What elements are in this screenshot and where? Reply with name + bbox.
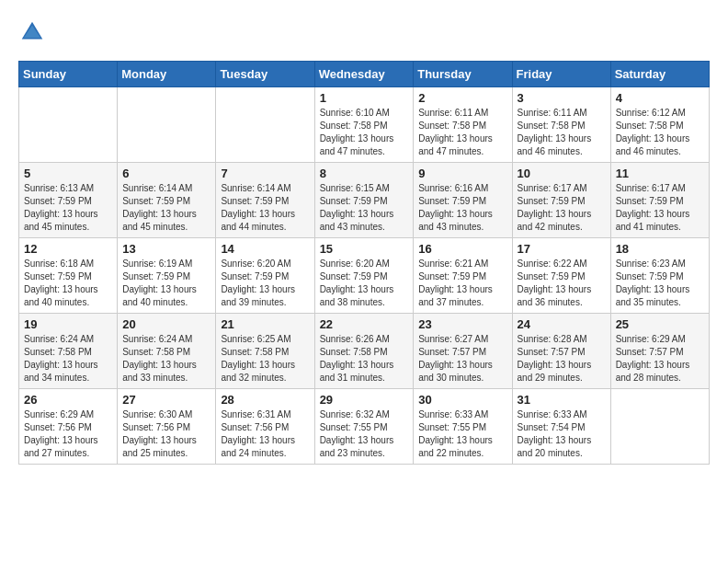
day-number: 25	[616, 317, 704, 331]
calendar-cell: 10Sunrise: 6:17 AM Sunset: 7:59 PM Dayli…	[512, 163, 610, 238]
calendar-cell: 7Sunrise: 6:14 AM Sunset: 7:59 PM Daylig…	[216, 163, 314, 238]
day-number: 6	[122, 167, 210, 180]
calendar-cell: 1Sunrise: 6:10 AM Sunset: 7:58 PM Daylig…	[314, 87, 414, 163]
day-info: Sunrise: 6:26 AM Sunset: 7:58 PM Dayligh…	[320, 333, 409, 385]
calendar-cell: 17Sunrise: 6:22 AM Sunset: 7:59 PM Dayli…	[512, 238, 610, 314]
weekday-header-thursday: Thursday	[414, 62, 512, 87]
day-number: 23	[418, 317, 506, 331]
weekday-header-friday: Friday	[512, 62, 610, 87]
calendar-week-row: 1Sunrise: 6:10 AM Sunset: 7:58 PM Daylig…	[19, 87, 710, 163]
day-number: 9	[418, 167, 506, 180]
calendar-cell: 22Sunrise: 6:26 AM Sunset: 7:58 PM Dayli…	[314, 314, 414, 389]
day-number: 16	[418, 242, 506, 256]
calendar-cell: 31Sunrise: 6:33 AM Sunset: 7:54 PM Dayli…	[512, 389, 610, 465]
calendar-week-row: 26Sunrise: 6:29 AM Sunset: 7:56 PM Dayli…	[19, 389, 710, 465]
calendar-cell: 28Sunrise: 6:31 AM Sunset: 7:56 PM Dayli…	[216, 389, 314, 465]
day-info: Sunrise: 6:14 AM Sunset: 7:59 PM Dayligh…	[122, 182, 210, 234]
day-number: 3	[518, 91, 606, 105]
calendar-cell	[216, 87, 314, 163]
day-info: Sunrise: 6:23 AM Sunset: 7:59 PM Dayligh…	[616, 258, 704, 309]
day-info: Sunrise: 6:31 AM Sunset: 7:56 PM Dayligh…	[221, 408, 309, 460]
calendar-cell: 9Sunrise: 6:16 AM Sunset: 7:59 PM Daylig…	[414, 163, 512, 238]
day-number: 18	[616, 242, 704, 256]
day-info: Sunrise: 6:24 AM Sunset: 7:58 PM Dayligh…	[24, 333, 112, 385]
day-number: 8	[320, 167, 409, 180]
day-info: Sunrise: 6:17 AM Sunset: 7:59 PM Dayligh…	[518, 182, 606, 234]
logo	[18, 18, 50, 46]
calendar-cell: 20Sunrise: 6:24 AM Sunset: 7:58 PM Dayli…	[118, 314, 216, 389]
calendar-cell: 27Sunrise: 6:30 AM Sunset: 7:56 PM Dayli…	[118, 389, 216, 465]
day-number: 14	[221, 242, 309, 256]
day-info: Sunrise: 6:13 AM Sunset: 7:59 PM Dayligh…	[24, 182, 112, 234]
day-info: Sunrise: 6:20 AM Sunset: 7:59 PM Dayligh…	[320, 258, 409, 309]
calendar-cell: 2Sunrise: 6:11 AM Sunset: 7:58 PM Daylig…	[414, 87, 512, 163]
weekday-header-sunday: Sunday	[19, 62, 118, 87]
day-number: 10	[518, 167, 606, 180]
day-info: Sunrise: 6:12 AM Sunset: 7:58 PM Dayligh…	[616, 107, 704, 158]
day-number: 5	[24, 167, 112, 180]
calendar-week-row: 12Sunrise: 6:18 AM Sunset: 7:59 PM Dayli…	[19, 238, 710, 314]
day-number: 2	[418, 91, 506, 105]
calendar-cell	[19, 87, 118, 163]
day-info: Sunrise: 6:33 AM Sunset: 7:55 PM Dayligh…	[418, 408, 506, 460]
day-number: 11	[616, 167, 704, 180]
day-number: 15	[320, 242, 409, 256]
day-number: 28	[221, 393, 309, 407]
calendar-cell: 14Sunrise: 6:20 AM Sunset: 7:59 PM Dayli…	[216, 238, 314, 314]
day-info: Sunrise: 6:25 AM Sunset: 7:58 PM Dayligh…	[221, 333, 309, 385]
calendar-cell: 5Sunrise: 6:13 AM Sunset: 7:59 PM Daylig…	[19, 163, 118, 238]
day-info: Sunrise: 6:30 AM Sunset: 7:56 PM Dayligh…	[122, 408, 210, 460]
day-number: 21	[221, 317, 309, 331]
day-number: 26	[24, 393, 112, 407]
calendar-cell	[610, 389, 709, 465]
day-number: 22	[320, 317, 409, 331]
calendar-cell: 30Sunrise: 6:33 AM Sunset: 7:55 PM Dayli…	[414, 389, 512, 465]
day-number: 13	[122, 242, 210, 256]
calendar-cell: 4Sunrise: 6:12 AM Sunset: 7:58 PM Daylig…	[610, 87, 709, 163]
day-info: Sunrise: 6:18 AM Sunset: 7:59 PM Dayligh…	[24, 258, 112, 309]
day-info: Sunrise: 6:24 AM Sunset: 7:58 PM Dayligh…	[122, 333, 210, 385]
calendar-week-row: 19Sunrise: 6:24 AM Sunset: 7:58 PM Dayli…	[19, 314, 710, 389]
calendar-cell	[118, 87, 216, 163]
calendar-cell: 8Sunrise: 6:15 AM Sunset: 7:59 PM Daylig…	[314, 163, 414, 238]
day-info: Sunrise: 6:19 AM Sunset: 7:59 PM Dayligh…	[122, 258, 210, 309]
logo-icon	[18, 18, 46, 46]
day-info: Sunrise: 6:33 AM Sunset: 7:54 PM Dayligh…	[518, 408, 606, 460]
page-header	[18, 18, 710, 46]
day-info: Sunrise: 6:20 AM Sunset: 7:59 PM Dayligh…	[221, 258, 309, 309]
calendar-cell: 19Sunrise: 6:24 AM Sunset: 7:58 PM Dayli…	[19, 314, 118, 389]
day-info: Sunrise: 6:11 AM Sunset: 7:58 PM Dayligh…	[518, 107, 606, 158]
calendar-cell: 29Sunrise: 6:32 AM Sunset: 7:55 PM Dayli…	[314, 389, 414, 465]
calendar-cell: 13Sunrise: 6:19 AM Sunset: 7:59 PM Dayli…	[118, 238, 216, 314]
day-number: 1	[320, 91, 409, 105]
day-info: Sunrise: 6:22 AM Sunset: 7:59 PM Dayligh…	[518, 258, 606, 309]
day-number: 4	[616, 91, 704, 105]
day-number: 29	[320, 393, 409, 407]
day-info: Sunrise: 6:11 AM Sunset: 7:58 PM Dayligh…	[418, 107, 506, 158]
day-info: Sunrise: 6:14 AM Sunset: 7:59 PM Dayligh…	[221, 182, 309, 234]
calendar-cell: 16Sunrise: 6:21 AM Sunset: 7:59 PM Dayli…	[414, 238, 512, 314]
calendar-cell: 15Sunrise: 6:20 AM Sunset: 7:59 PM Dayli…	[314, 238, 414, 314]
day-number: 27	[122, 393, 210, 407]
weekday-header-row: SundayMondayTuesdayWednesdayThursdayFrid…	[19, 62, 710, 87]
day-info: Sunrise: 6:10 AM Sunset: 7:58 PM Dayligh…	[320, 107, 409, 158]
calendar-week-row: 5Sunrise: 6:13 AM Sunset: 7:59 PM Daylig…	[19, 163, 710, 238]
day-number: 19	[24, 317, 112, 331]
weekday-header-tuesday: Tuesday	[216, 62, 314, 87]
day-info: Sunrise: 6:15 AM Sunset: 7:59 PM Dayligh…	[320, 182, 409, 234]
calendar-cell: 25Sunrise: 6:29 AM Sunset: 7:57 PM Dayli…	[610, 314, 709, 389]
day-number: 31	[518, 393, 606, 407]
day-info: Sunrise: 6:17 AM Sunset: 7:59 PM Dayligh…	[616, 182, 704, 234]
day-number: 7	[221, 167, 309, 180]
day-info: Sunrise: 6:28 AM Sunset: 7:57 PM Dayligh…	[518, 333, 606, 385]
weekday-header-wednesday: Wednesday	[314, 62, 414, 87]
calendar-cell: 12Sunrise: 6:18 AM Sunset: 7:59 PM Dayli…	[19, 238, 118, 314]
day-number: 17	[518, 242, 606, 256]
weekday-header-saturday: Saturday	[610, 62, 709, 87]
weekday-header-monday: Monday	[118, 62, 216, 87]
calendar-table: SundayMondayTuesdayWednesdayThursdayFrid…	[18, 61, 710, 465]
calendar-cell: 24Sunrise: 6:28 AM Sunset: 7:57 PM Dayli…	[512, 314, 610, 389]
calendar-cell: 18Sunrise: 6:23 AM Sunset: 7:59 PM Dayli…	[610, 238, 709, 314]
calendar-cell: 3Sunrise: 6:11 AM Sunset: 7:58 PM Daylig…	[512, 87, 610, 163]
day-info: Sunrise: 6:16 AM Sunset: 7:59 PM Dayligh…	[418, 182, 506, 234]
